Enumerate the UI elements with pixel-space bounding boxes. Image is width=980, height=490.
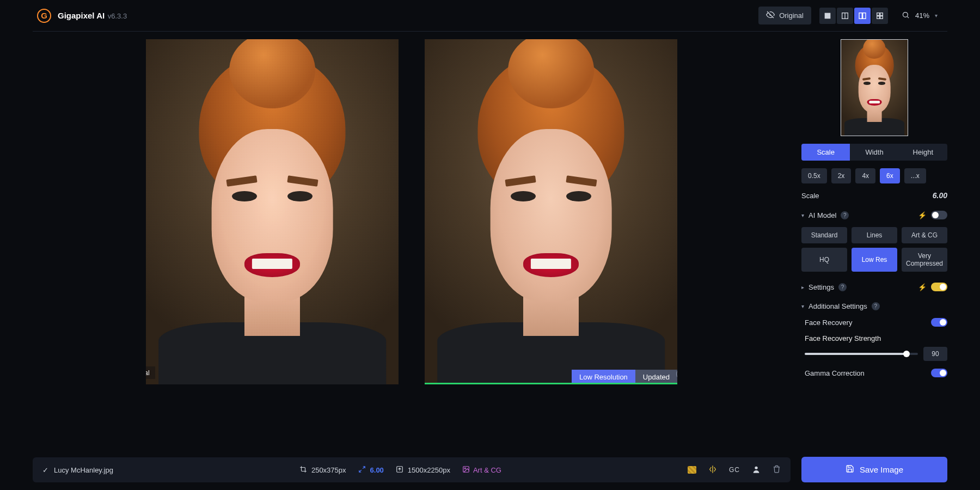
app-logo: G	[37, 9, 51, 23]
original-pane[interactable]: Original	[146, 39, 399, 384]
check-icon: ✓	[42, 466, 48, 474]
file-chip[interactable]: ✓ Lucy McHanley.jpg	[42, 466, 113, 474]
trash-icon[interactable]	[773, 465, 781, 475]
chevron-down-icon: ▾	[801, 212, 804, 218]
view-mode-group	[819, 8, 889, 24]
model-lines[interactable]: Lines	[852, 227, 897, 243]
settings-section[interactable]: ▸ Settings ? ⚡	[801, 283, 947, 291]
chevron-right-icon: ▸	[801, 284, 804, 290]
viewer: Original Low Resolution Updated ☺ ☹	[33, 39, 791, 482]
svg-rect-6	[880, 13, 883, 15]
scale-custom[interactable]: ...x	[904, 168, 926, 183]
active-model: Art & CG	[462, 465, 501, 475]
expand-icon	[358, 465, 366, 475]
person-icon[interactable]	[752, 465, 761, 475]
model-verycompressed[interactable]: Very Compressed	[902, 248, 947, 272]
tab-width[interactable]: Width	[850, 144, 898, 161]
zoom-control[interactable]: 41% ▾	[896, 9, 943, 23]
chevron-down-icon: ▾	[935, 13, 938, 19]
sidebar: Scale Width Height 0.5x 2x 4x 6x ...x Sc…	[801, 39, 947, 482]
toggle-original-button[interactable]: Original	[758, 7, 811, 24]
ai-model-label: AI Model	[808, 211, 836, 219]
zoom-icon	[902, 11, 910, 21]
status-badge: Updated	[635, 370, 677, 384]
scale-presets: 0.5x 2x 4x 6x ...x	[801, 168, 947, 183]
app-name: Gigapixel AI	[58, 11, 105, 20]
svg-point-9	[903, 12, 908, 17]
input-dimensions: 250x375px	[299, 465, 346, 475]
svg-point-13	[464, 468, 465, 469]
model-standard[interactable]: Standard	[801, 227, 847, 243]
svg-rect-4	[863, 13, 866, 19]
navigator-thumbnail[interactable]	[841, 39, 908, 136]
resize-mode-tabs: Scale Width Height	[801, 144, 947, 161]
gc-label: GC	[729, 466, 740, 474]
svg-point-14	[755, 466, 757, 469]
gamma-toggle[interactable]	[931, 369, 947, 377]
eye-off-icon	[766, 10, 775, 21]
preview-badges: Low Resolution Updated	[572, 370, 677, 384]
model-artcg[interactable]: Art & CG	[902, 227, 947, 243]
tab-height[interactable]: Height	[899, 144, 947, 161]
grain-icon[interactable]	[688, 466, 696, 474]
view-single-button[interactable]	[819, 8, 836, 24]
save-icon	[846, 464, 854, 475]
help-icon[interactable]: ?	[838, 283, 847, 291]
ai-model-auto-toggle[interactable]	[931, 211, 947, 219]
svg-rect-7	[877, 16, 880, 19]
model-buttons: Standard Lines Art & CG HQ Low Res Very …	[801, 227, 947, 272]
additional-settings-label: Additional Settings	[808, 302, 867, 310]
svg-rect-5	[877, 13, 880, 15]
svg-rect-0	[825, 13, 831, 19]
output-dimensions: 1500x2250px	[396, 465, 450, 475]
crop-icon	[299, 465, 307, 475]
export-icon	[396, 465, 403, 475]
scale-0-5x[interactable]: 0.5x	[801, 168, 827, 183]
bottombar: ✓ Lucy McHanley.jpg 250x375px 6.00 1500x…	[33, 457, 791, 482]
filename: Lucy McHanley.jpg	[54, 466, 113, 474]
model-hq[interactable]: HQ	[801, 248, 847, 272]
face-recovery-toggle[interactable]	[931, 318, 947, 327]
scale-2x[interactable]: 2x	[831, 168, 852, 183]
feedback-icons: ☺ ☹	[676, 368, 677, 380]
face-strength-slider[interactable]	[805, 353, 918, 355]
scale-value: 6.00	[933, 191, 947, 200]
scale-factor: 6.00	[358, 465, 384, 475]
bolt-icon: ⚡	[918, 283, 927, 291]
scale-6x[interactable]: 6x	[880, 168, 900, 183]
view-sidebyside-button[interactable]	[854, 8, 871, 24]
smile-icon[interactable]: ☺	[676, 368, 677, 380]
toggle-original-label: Original	[779, 11, 804, 20]
face-strength-label: Face Recovery Strength	[805, 334, 947, 342]
settings-auto-toggle[interactable]	[931, 283, 947, 291]
model-badge: Low Resolution	[572, 370, 635, 384]
view-grid-button[interactable]	[872, 8, 888, 24]
scale-4x[interactable]: 4x	[855, 168, 875, 183]
image-icon	[462, 465, 470, 475]
progress-line	[425, 383, 677, 384]
ai-model-section[interactable]: ▾ AI Model ? ⚡	[801, 211, 947, 219]
gamma-label: Gamma Correction	[805, 369, 865, 377]
settings-label: Settings	[808, 283, 834, 291]
original-label: Original	[146, 366, 155, 379]
additional-settings-section[interactable]: ▾ Additional Settings ?	[801, 302, 947, 310]
bolt-icon: ⚡	[918, 211, 927, 219]
face-recovery-label: Face Recovery	[805, 318, 852, 327]
zoom-value: 41%	[915, 11, 929, 20]
svg-rect-3	[859, 13, 862, 19]
preview-pane[interactable]: Low Resolution Updated ☺ ☹	[425, 39, 677, 384]
app-version: v6.3.3	[108, 12, 127, 20]
model-lowres[interactable]: Low Res	[852, 248, 897, 272]
svg-line-10	[907, 16, 909, 18]
save-image-button[interactable]: Save Image	[801, 457, 947, 482]
face-strength-input[interactable]	[923, 347, 947, 361]
scale-label: Scale	[801, 192, 819, 200]
save-label: Save Image	[860, 465, 903, 474]
chevron-down-icon: ▾	[801, 303, 804, 309]
help-icon[interactable]: ?	[872, 302, 880, 310]
topbar: G Gigapixel AI v6.3.3 Original 41% ▾	[33, 0, 947, 32]
view-split-button[interactable]	[837, 8, 853, 24]
help-icon[interactable]: ?	[841, 211, 849, 219]
compare-icon[interactable]	[708, 465, 717, 475]
tab-scale[interactable]: Scale	[801, 144, 850, 161]
